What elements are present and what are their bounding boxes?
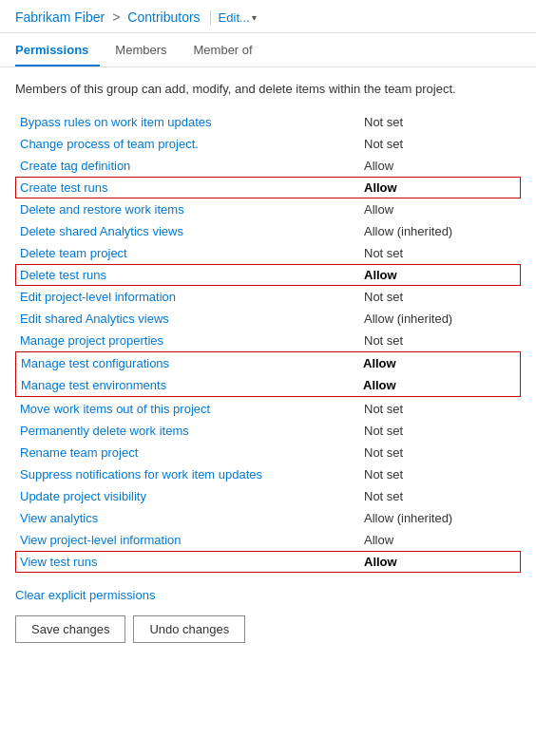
permission-value: Allow bbox=[364, 268, 516, 282]
table-row: Change process of team project.Not set bbox=[15, 133, 521, 155]
clear-permissions-link[interactable]: Clear explicit permissions bbox=[15, 588, 521, 602]
permission-name[interactable]: Edit shared Analytics views bbox=[20, 312, 364, 326]
tab-permissions[interactable]: Permissions bbox=[15, 33, 100, 66]
permission-name[interactable]: Rename team project bbox=[20, 445, 364, 460]
permission-name[interactable]: Bypass rules on work item updates bbox=[20, 115, 364, 129]
save-button[interactable]: Save changes bbox=[15, 615, 125, 643]
permission-name[interactable]: Manage test environments bbox=[21, 378, 363, 392]
chevron-down-icon: ▾ bbox=[252, 12, 257, 23]
table-row: Manage test environmentsAllow bbox=[16, 374, 520, 396]
permission-value: Not set bbox=[364, 445, 516, 460]
table-row: Move work items out of this projectNot s… bbox=[15, 398, 521, 420]
group-description: Members of this group can add, modify, a… bbox=[15, 81, 521, 98]
permission-name[interactable]: Delete test runs bbox=[20, 268, 364, 282]
group-link[interactable]: Contributors bbox=[127, 9, 200, 25]
permission-name[interactable]: View project-level information bbox=[20, 533, 364, 547]
permission-name[interactable]: Move work items out of this project bbox=[20, 402, 364, 416]
table-row: View project-level informationAllow bbox=[15, 529, 521, 551]
table-row: Delete team projectNot set bbox=[15, 242, 521, 264]
table-row: Suppress notifications for work item upd… bbox=[15, 463, 521, 485]
permission-value: Not set bbox=[364, 489, 516, 503]
breadcrumb-separator: > bbox=[112, 9, 120, 25]
main-content: Members of this group can add, modify, a… bbox=[0, 67, 536, 656]
tab-members[interactable]: Members bbox=[115, 33, 178, 66]
page-header: Fabrikam Fiber > Contributors Edit... ▾ bbox=[0, 0, 536, 33]
permission-name[interactable]: Delete shared Analytics views bbox=[20, 224, 364, 238]
undo-button[interactable]: Undo changes bbox=[133, 615, 245, 643]
permission-value: Allow (inherited) bbox=[364, 511, 516, 525]
permission-name[interactable]: View analytics bbox=[20, 511, 364, 525]
table-row: Rename team projectNot set bbox=[15, 442, 521, 463]
permission-name[interactable]: Manage test configurations bbox=[21, 356, 363, 370]
permission-name[interactable]: Create tag definition bbox=[20, 159, 364, 173]
permission-value: Not set bbox=[364, 115, 516, 129]
permission-value: Not set bbox=[364, 402, 516, 416]
edit-label[interactable]: Edit... bbox=[219, 10, 250, 25]
table-row: Delete test runsAllow bbox=[15, 264, 521, 286]
permission-value: Allow bbox=[363, 356, 515, 370]
table-row: Delete and restore work itemsAllow bbox=[15, 198, 521, 220]
permission-name[interactable]: Edit project-level information bbox=[20, 290, 364, 304]
table-row: Delete shared Analytics viewsAllow (inhe… bbox=[15, 220, 521, 242]
table-row: Create tag definitionAllow bbox=[15, 155, 521, 177]
table-row: Create test runsAllow bbox=[15, 177, 521, 198]
permission-value: Allow bbox=[364, 555, 516, 569]
permission-value: Allow bbox=[364, 533, 516, 547]
permission-name[interactable]: Create test runs bbox=[20, 180, 364, 195]
org-link[interactable]: Fabrikam Fiber bbox=[15, 9, 105, 25]
table-row: Edit project-level informationNot set bbox=[15, 286, 521, 308]
permission-value: Allow (inherited) bbox=[364, 312, 516, 326]
permissions-list: Bypass rules on work item updatesNot set… bbox=[15, 111, 521, 573]
edit-menu[interactable]: Edit... ▾ bbox=[210, 10, 257, 25]
action-buttons: Save changes Undo changes bbox=[15, 615, 521, 643]
table-row: Bypass rules on work item updatesNot set bbox=[15, 111, 521, 133]
permission-value: Allow bbox=[364, 159, 516, 173]
permission-name[interactable]: Manage project properties bbox=[20, 333, 364, 348]
table-row: View test runsAllow bbox=[15, 551, 521, 573]
permission-name[interactable]: Delete team project bbox=[20, 246, 364, 260]
permission-name[interactable]: Change process of team project. bbox=[20, 137, 364, 151]
table-row: Permanently delete work itemsNot set bbox=[15, 420, 521, 442]
permission-name[interactable]: View test runs bbox=[20, 555, 364, 569]
table-row: Edit shared Analytics viewsAllow (inheri… bbox=[15, 308, 521, 330]
permission-value: Allow bbox=[363, 378, 515, 392]
permission-name[interactable]: Update project visibility bbox=[20, 489, 364, 503]
permission-value: Not set bbox=[364, 246, 516, 260]
tab-member-of[interactable]: Member of bbox=[194, 33, 264, 66]
permission-value: Not set bbox=[364, 424, 516, 438]
permission-name[interactable]: Permanently delete work items bbox=[20, 424, 364, 438]
permission-name[interactable]: Delete and restore work items bbox=[20, 202, 364, 217]
highlighted-group: Manage test configurationsAllowManage te… bbox=[15, 351, 521, 397]
permission-value: Allow (inherited) bbox=[364, 224, 516, 238]
permission-value: Not set bbox=[364, 333, 516, 348]
tab-bar: Permissions Members Member of bbox=[0, 33, 536, 67]
permission-value: Allow bbox=[364, 180, 516, 195]
table-row: Update project visibilityNot set bbox=[15, 485, 521, 507]
table-row: View analyticsAllow (inherited) bbox=[15, 507, 521, 529]
permission-value: Allow bbox=[364, 202, 516, 217]
permission-name[interactable]: Suppress notifications for work item upd… bbox=[20, 467, 364, 482]
table-row: Manage test configurationsAllow bbox=[16, 352, 520, 374]
table-row: Manage project propertiesNot set bbox=[15, 330, 521, 351]
permission-value: Not set bbox=[364, 137, 516, 151]
permission-value: Not set bbox=[364, 467, 516, 482]
permission-value: Not set bbox=[364, 290, 516, 304]
